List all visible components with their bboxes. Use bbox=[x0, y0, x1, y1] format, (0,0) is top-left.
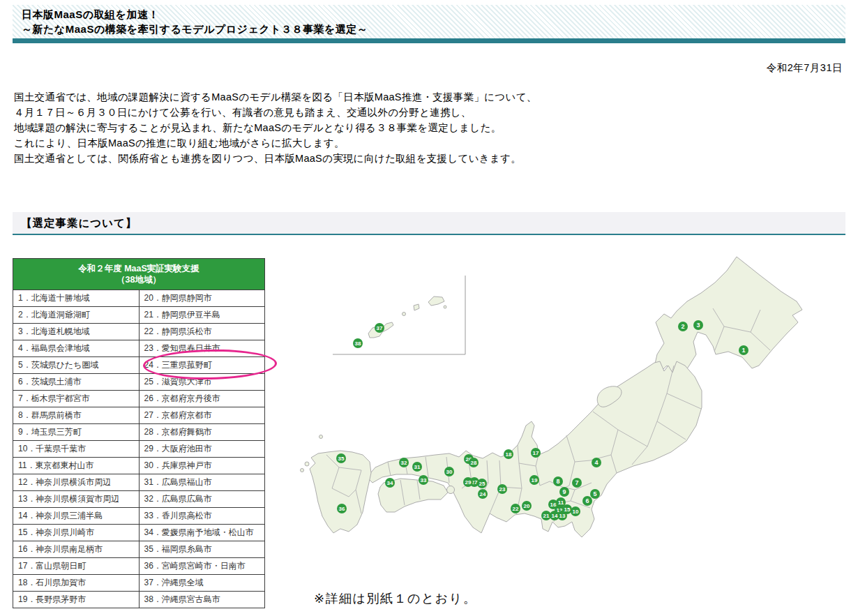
inset-small-island-2 bbox=[414, 304, 419, 310]
inset-small-island-1 bbox=[444, 306, 446, 308]
teal-divider bbox=[13, 38, 845, 43]
map-note: ※詳細は別紙１のとおり。 bbox=[314, 590, 476, 607]
goto-island-2 bbox=[301, 469, 304, 472]
table-row: 14．神奈川県三浦半島33．香川県高松市 bbox=[13, 508, 265, 525]
regions-table: 令和２年度 MaaS実証実験支援 （38地域） 1．北海道十勝地域20．静岡県静… bbox=[13, 258, 265, 608]
section-heading: 【選定事業について】 bbox=[13, 212, 845, 235]
map-marker-number: 19 bbox=[532, 477, 538, 483]
map-marker-number: 23 bbox=[499, 486, 506, 493]
region-cell: 12．神奈川県横浜市周辺 bbox=[13, 474, 140, 491]
map-marker-number: 8 bbox=[556, 478, 559, 485]
map-marker-number: 18 bbox=[506, 451, 512, 458]
table-row: 1．北海道十勝地域20．静岡県静岡市 bbox=[13, 290, 265, 307]
regions-table-header: 令和２年度 MaaS実証実験支援 （38地域） bbox=[13, 259, 265, 290]
map-marker-number: 35 bbox=[338, 456, 345, 462]
map-marker-number: 25 bbox=[479, 481, 486, 487]
map-marker-number: 34 bbox=[387, 480, 393, 486]
regions-table-title-line2: （38地域） bbox=[13, 274, 264, 285]
intro-line: ４月１７日～６月３０日にかけて公募を行い、有識者の意見も踏まえ、交通以外の分野と… bbox=[14, 105, 781, 120]
map-marker-number: 31 bbox=[414, 464, 421, 470]
region-cell: 7．栃木県宇都宮市 bbox=[13, 391, 140, 407]
region-cell: 16．神奈川県南足柄市 bbox=[13, 541, 140, 558]
region-cell: 6．茨城県土浦市 bbox=[13, 374, 140, 391]
region-cell: 22．静岡県浜松市 bbox=[139, 324, 265, 340]
region-cell: 32．広島県広島市 bbox=[139, 491, 265, 508]
region-cell: 38．沖縄県宮古島市 bbox=[139, 592, 265, 608]
table-row: 17．富山県朝日町36．宮崎県宮崎市・日南市 bbox=[13, 558, 265, 575]
goto-island bbox=[305, 462, 309, 466]
map-marker-number: 22 bbox=[513, 506, 519, 512]
map-marker-number: 20 bbox=[524, 503, 530, 509]
region-cell: 35．福岡県糸島市 bbox=[139, 541, 265, 558]
region-cell: 1．北海道十勝地域 bbox=[13, 290, 140, 307]
table-row: 12．神奈川県横浜市周辺31．広島県福山市 bbox=[13, 474, 265, 491]
table-row: 19．長野県茅野市38．沖縄県宮古島市 bbox=[13, 592, 265, 608]
map-marker-number: 37 bbox=[377, 325, 383, 331]
region-cell: 17．富山県朝日町 bbox=[13, 558, 140, 575]
regions-tbody: 1．北海道十勝地域20．静岡県静岡市2．北海道洞爺湖町21．静岡県伊豆半島3．北… bbox=[13, 290, 265, 608]
awaji-island bbox=[447, 486, 455, 494]
table-row: 5．茨城県ひたち圏域24．三重県菰野町 bbox=[13, 357, 265, 374]
map-marker-number: 2 bbox=[681, 323, 684, 330]
region-cell: 10．千葉県千葉市 bbox=[13, 441, 140, 458]
region-cell: 25．滋賀県大津市 bbox=[139, 374, 265, 391]
table-row: 16．神奈川県南足柄市35．福岡県糸島市 bbox=[13, 541, 265, 558]
region-cell: 21．静岡県伊豆半島 bbox=[139, 307, 265, 324]
map-marker-number: 32 bbox=[401, 460, 407, 466]
region-cell: 20．静岡県静岡市 bbox=[139, 290, 265, 307]
region-cell: 28．京都府舞鶴市 bbox=[139, 424, 265, 441]
region-cell: 18．石川県加賀市 bbox=[13, 575, 140, 592]
amami-island bbox=[428, 296, 444, 306]
region-cell: 5．茨城県ひたち圏域 bbox=[13, 357, 140, 374]
region-cell: 31．広島県福山市 bbox=[139, 474, 265, 491]
map-marker-number: 3 bbox=[696, 322, 700, 329]
map-marker-number: 5 bbox=[593, 490, 596, 497]
intro-line: 国土交通省としては、関係府省とも連携を図りつつ、日本版MaaSの実現に向けた取組… bbox=[14, 151, 781, 166]
intro-line: 国土交通省では、地域の課題解決に資するMaaSのモデル構築を図る「日本版MaaS… bbox=[14, 89, 781, 105]
map-marker-number: 21 bbox=[543, 513, 550, 519]
table-row: 11．東京都東村山市30．兵庫県神戸市 bbox=[13, 458, 265, 474]
map-marker-number: 6 bbox=[585, 497, 589, 504]
map-marker-number: 28 bbox=[471, 460, 477, 466]
page-title-line1: 日本版MaaSの取組を加速！ bbox=[22, 7, 845, 22]
table-row: 3．北海道札幌地域22．静岡県浜松市 bbox=[13, 324, 265, 340]
table-row: 18．石川県加賀市37．沖縄県全域 bbox=[13, 575, 265, 592]
region-cell: 3．北海道札幌地域 bbox=[13, 324, 140, 340]
map-marker-number: 11 bbox=[558, 499, 564, 506]
inset-small-island-3 bbox=[402, 313, 406, 316]
date-label: 令和2年7月31日 bbox=[13, 61, 843, 75]
map-marker-number: 24 bbox=[480, 491, 486, 497]
map-marker-number: 29 bbox=[465, 479, 472, 486]
region-cell: 13．神奈川県横須賀市周辺 bbox=[13, 491, 140, 508]
table-row: 6．茨城県土浦市25．滋賀県大津市 bbox=[13, 374, 265, 391]
page-title-line2: ～新たなMaaSの構築を牽引するモデルプロジェクト３８事業を選定～ bbox=[22, 22, 845, 36]
region-cell: 15．神奈川県川崎市 bbox=[13, 525, 140, 541]
map-marker-number: 10 bbox=[573, 509, 579, 515]
table-row: 15．神奈川県川崎市34．愛媛県南予地域・松山市 bbox=[13, 525, 265, 541]
map-marker-number: 9 bbox=[562, 488, 566, 495]
map-marker-number: 17 bbox=[533, 450, 539, 456]
table-row: 4．福島県会津地域23．愛知県春日井市 bbox=[13, 340, 265, 357]
region-cell: 27．京都府京都市 bbox=[139, 407, 265, 424]
map-marker-number: 16 bbox=[550, 502, 557, 508]
map-marker-number: 15 bbox=[564, 506, 571, 513]
table-row: 8．群馬県前橋市27．京都府京都市 bbox=[13, 407, 265, 424]
map-marker-number: 38 bbox=[355, 340, 361, 347]
inset-border bbox=[333, 276, 465, 354]
region-cell: 33．香川県高松市 bbox=[139, 508, 265, 525]
region-cell: 29．大阪府池田市 bbox=[139, 441, 265, 458]
regions-table-title-line1: 令和２年度 MaaS実証実験支援 bbox=[13, 263, 264, 274]
region-cell: 37．沖縄県全域 bbox=[139, 575, 265, 592]
map-marker-number: 14 bbox=[552, 513, 558, 519]
region-cell: 2．北海道洞爺湖町 bbox=[13, 307, 140, 324]
page-title-band: 日本版MaaSの取組を加速！ ～新たなMaaSの構築を牽引するモデルプロジェクト… bbox=[13, 5, 845, 38]
map-marker-number: 13 bbox=[559, 513, 566, 519]
intro-line: 地域課題の解決に寄与することが見込まれ、新たなMaaSのモデルとなり得る３８事業… bbox=[14, 120, 781, 135]
hokkaido-island bbox=[654, 257, 802, 378]
region-cell: 26．京都府京丹後市 bbox=[139, 391, 265, 407]
region-cell: 4．福島県会津地域 bbox=[13, 340, 140, 357]
table-row: 10．千葉県千葉市29．大阪府池田市 bbox=[13, 441, 265, 458]
map-marker-number: 4 bbox=[594, 459, 598, 466]
region-cell: 23．愛知県春日井市 bbox=[139, 340, 265, 357]
intro-line: これにより、日本版MaaSの推進に取り組む地域がさらに拡大します。 bbox=[14, 135, 781, 151]
